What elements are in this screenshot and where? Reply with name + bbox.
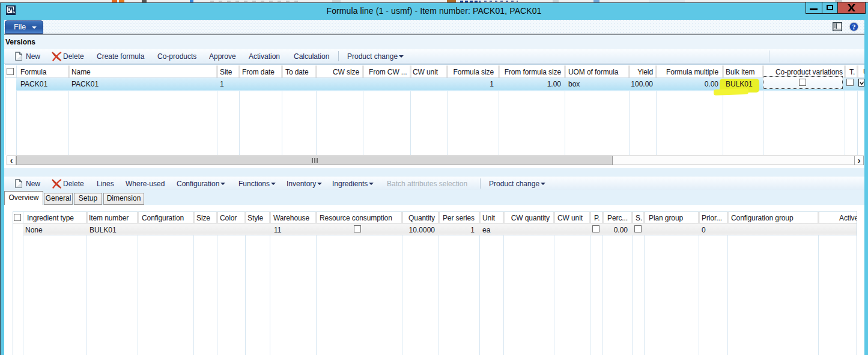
svg-text:?: ? xyxy=(852,23,856,31)
